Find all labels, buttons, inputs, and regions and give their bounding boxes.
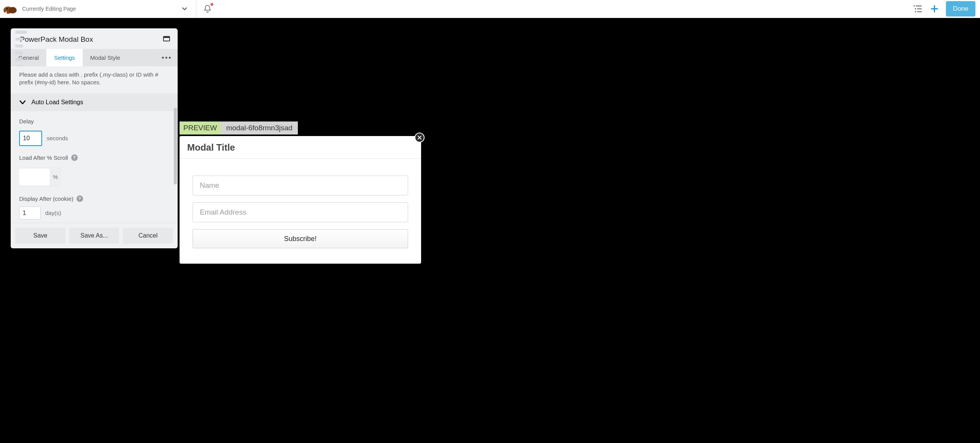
cancel-button[interactable]: Cancel [123,228,173,244]
save-button[interactable]: Save [15,228,65,244]
name-input[interactable] [193,176,408,195]
modal-preview: Modal Title Subscribe! [180,136,421,264]
email-input[interactable] [193,202,408,222]
svg-point-6 [915,8,916,9]
toolbar-divider [196,0,196,18]
subscribe-button[interactable]: Subscribe! [193,229,408,248]
help-icon[interactable]: ? [71,154,78,161]
plus-icon [930,4,939,13]
panel-title: PowerPack Modal Box [20,35,93,44]
svg-point-8 [915,11,916,12]
page-title: Currently Editing Page [22,6,76,12]
notification-dot-icon [211,3,213,6]
svg-rect-11 [163,36,170,38]
chevron-down-icon [18,98,27,107]
svg-rect-9 [917,11,922,12]
scrollbar-thumb[interactable] [174,108,177,184]
bell-icon [203,5,212,13]
svg-rect-7 [917,8,922,9]
save-as-button[interactable]: Save As... [69,228,119,244]
dot-icon [162,57,164,59]
svg-rect-3 [5,11,7,13]
top-toolbar: Currently Editing Page Done [0,0,980,18]
toolbar-nav-group [79,0,213,18]
cookie-label: Display After (cookie) [19,195,74,202]
svg-rect-5 [916,5,922,6]
panel-scroll-area[interactable]: Please add a class with . prefix (.my-cl… [11,66,178,223]
preview-label: PREVIEW [180,121,221,135]
panel-header[interactable]: PowerPack Modal Box [11,28,178,49]
tab-modal-style[interactable]: Modal Style [83,49,128,66]
tab-more-button[interactable] [155,57,178,59]
settings-tabs: General Settings Modal Style [11,49,178,66]
tab-settings[interactable]: Settings [46,49,82,66]
delay-unit: seconds [47,135,68,141]
section-title: Auto Load Settings [31,99,83,106]
add-content-button[interactable] [930,4,939,13]
selector-hint-text: Please add a class with . prefix (.my-cl… [11,66,178,94]
done-button[interactable]: Done [946,1,975,16]
beaver-logo-icon [3,3,18,15]
toolbar-left: Currently Editing Page [3,0,213,18]
field-load-after-scroll: Load After % Scroll ? % [11,148,178,189]
title-dropdown-button[interactable] [178,3,191,15]
field-display-after-cookie: Display After (cookie) ? day(s) [11,189,178,221]
module-settings-panel: PowerPack Modal Box General Settings Mod… [11,28,178,248]
delay-label: Delay [19,118,169,125]
preview-badge: PREVIEW modal-6fo8rmn3jsad [180,121,298,135]
scroll-label: Load After % Scroll [19,154,68,161]
window-icon [163,36,170,41]
modal-close-button[interactable] [415,133,425,143]
panel-footer: Save Save As... Cancel [11,223,178,248]
close-icon [417,135,422,140]
editor-canvas: PowerPack Modal Box General Settings Mod… [0,18,980,443]
scroll-unit: % [53,174,58,180]
scroll-percent-input[interactable] [19,169,50,185]
modal-title: Modal Title [180,136,421,158]
svg-point-4 [914,5,915,7]
svg-point-1 [8,7,16,13]
chevron-down-icon [181,5,188,13]
dot-icon [169,57,171,59]
cookie-days-input[interactable] [19,207,41,220]
help-icon[interactable]: ? [77,195,83,202]
outline-panel-button[interactable] [913,5,923,13]
modal-body: Subscribe! [180,159,421,257]
svg-point-2 [7,8,8,10]
dot-icon [165,57,167,59]
panel-expand-button[interactable] [163,36,170,43]
section-auto-load-settings[interactable]: Auto Load Settings [11,94,178,111]
toolbar-right: Done [913,1,975,16]
notifications-button[interactable] [202,3,213,15]
delay-input[interactable] [19,131,42,146]
outline-icon [913,5,923,13]
cookie-unit: day(s) [45,210,61,216]
preview-id: modal-6fo8rmn3jsad [221,121,298,135]
field-delay: Delay seconds [11,111,178,148]
